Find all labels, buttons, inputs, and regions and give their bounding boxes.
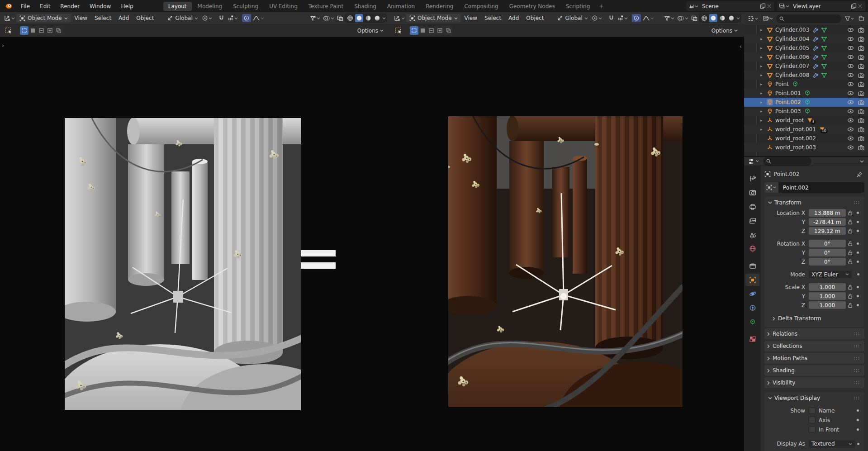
outliner-row-world_root-003[interactable]: world_root.003 bbox=[744, 143, 868, 152]
properties-tab-object[interactable] bbox=[745, 274, 759, 286]
checkbox[interactable] bbox=[809, 417, 816, 423]
viewport-menu-select[interactable]: Select bbox=[481, 14, 505, 22]
scene-icon[interactable] bbox=[688, 3, 695, 9]
scene-selector[interactable]: Scene bbox=[686, 1, 774, 11]
workspace-tab-texture-paint[interactable]: Texture Paint bbox=[304, 2, 348, 11]
select-intersect-button[interactable] bbox=[54, 26, 63, 35]
properties-tab-physics[interactable] bbox=[745, 288, 759, 300]
modifier-wrench-icon[interactable] bbox=[812, 27, 819, 33]
eye-icon[interactable] bbox=[847, 45, 854, 51]
shading-solid-button[interactable] bbox=[709, 14, 717, 22]
panel-relations[interactable]: Relations bbox=[764, 328, 864, 339]
xray-toggle-button[interactable] bbox=[336, 14, 345, 22]
viewport-menu-view[interactable]: View bbox=[71, 14, 91, 22]
animate-dot[interactable] bbox=[854, 304, 862, 306]
panel-drag-handle[interactable] bbox=[853, 369, 860, 372]
value-slider[interactable]: 0° bbox=[809, 240, 846, 247]
topbar-menu-edit[interactable]: Edit bbox=[35, 3, 55, 9]
workspace-tab-compositing[interactable]: Compositing bbox=[459, 2, 503, 11]
camera-icon[interactable] bbox=[858, 109, 864, 114]
remove-view-layer-icon[interactable] bbox=[857, 4, 863, 8]
outliner-row-cylinder-007[interactable]: ▸ Cylinder.007 bbox=[744, 62, 868, 71]
select-set-button[interactable] bbox=[20, 26, 28, 35]
object-name-input[interactable]: Point.002 bbox=[779, 182, 864, 193]
select-set-button[interactable] bbox=[410, 26, 418, 35]
object-name[interactable]: Cylinder.008 bbox=[775, 72, 809, 78]
topbar-menu-file[interactable]: File bbox=[16, 3, 35, 9]
camera-icon[interactable] bbox=[858, 72, 864, 78]
mesh-data-icon[interactable] bbox=[821, 45, 827, 51]
object-name[interactable]: world_root bbox=[775, 117, 804, 123]
workspace-tab-shading[interactable]: Shading bbox=[349, 2, 381, 11]
value-slider[interactable]: -278.41 m bbox=[809, 218, 846, 226]
eye-icon[interactable] bbox=[847, 100, 854, 105]
lock-open-icon[interactable] bbox=[846, 228, 854, 234]
options-dropdown[interactable]: Options bbox=[709, 27, 740, 35]
panel-visibility[interactable]: Visibility bbox=[764, 377, 864, 388]
outliner-row-point-002[interactable]: ▸ Point.002 bbox=[744, 98, 868, 107]
object-name[interactable]: Point bbox=[775, 81, 789, 87]
mesh-data-icon[interactable] bbox=[821, 36, 827, 42]
pivot-point-dropdown[interactable] bbox=[200, 14, 213, 22]
outliner-row-cylinder-003[interactable]: ▸ Cylinder.003 bbox=[744, 25, 868, 34]
panel-shading[interactable]: Shading bbox=[764, 365, 864, 376]
animate-dot[interactable] bbox=[855, 443, 862, 445]
filter-funnel-button[interactable] bbox=[843, 15, 855, 22]
workspace-tab-scripting[interactable]: Scripting bbox=[561, 2, 595, 11]
lock-open-icon[interactable] bbox=[846, 293, 854, 299]
eye-icon[interactable] bbox=[847, 36, 854, 42]
outliner-row-cylinder-008[interactable]: ▸ Cylinder.008 bbox=[744, 71, 868, 80]
light-data-icon[interactable] bbox=[804, 108, 811, 114]
topbar-menu-help[interactable]: Help bbox=[116, 3, 138, 9]
animate-dot[interactable] bbox=[854, 230, 862, 232]
outliner-display-mode-button[interactable] bbox=[761, 14, 774, 23]
value-slider[interactable]: 1.000 bbox=[809, 292, 846, 300]
active-tool-button[interactable] bbox=[4, 26, 14, 35]
camera-icon[interactable] bbox=[858, 63, 864, 69]
shading-wireframe-button[interactable] bbox=[700, 14, 708, 22]
animate-dot[interactable] bbox=[854, 252, 862, 254]
camera-icon[interactable] bbox=[858, 100, 864, 105]
properties-tab-constraints[interactable] bbox=[745, 302, 759, 314]
value-slider[interactable]: 1.000 bbox=[809, 301, 846, 309]
animate-dot[interactable] bbox=[854, 419, 862, 421]
outliner-search-input[interactable] bbox=[776, 14, 841, 23]
snap-toggle-button[interactable] bbox=[217, 14, 226, 22]
eye-icon[interactable] bbox=[847, 63, 854, 69]
light-data-icon[interactable] bbox=[804, 99, 811, 105]
object-name[interactable]: Point.003 bbox=[775, 108, 801, 114]
transform-panel-header[interactable]: Transform bbox=[765, 197, 862, 208]
instance-tri-icon[interactable]: 3 bbox=[807, 118, 813, 123]
animate-dot[interactable] bbox=[854, 428, 862, 431]
camera-icon[interactable] bbox=[858, 81, 864, 87]
eye-icon[interactable] bbox=[847, 109, 854, 114]
properties-tab-collection[interactable] bbox=[745, 260, 759, 272]
outliner-row-point[interactable]: ▸ Point bbox=[744, 80, 868, 89]
expand-arrow-icon[interactable]: ▸ bbox=[760, 55, 765, 59]
pin-icon[interactable] bbox=[857, 171, 863, 177]
pivot-point-dropdown[interactable] bbox=[590, 14, 603, 22]
panel-drag-handle[interactable] bbox=[853, 344, 860, 348]
view-layer-icon[interactable] bbox=[779, 3, 786, 9]
eye-icon[interactable] bbox=[847, 54, 854, 60]
checkbox[interactable] bbox=[809, 407, 816, 414]
panel-drag-handle[interactable] bbox=[853, 356, 860, 360]
proportional-editing-toggle[interactable] bbox=[242, 14, 251, 22]
panel-drag-handle[interactable] bbox=[853, 332, 860, 336]
viewport-display-header[interactable]: Viewport Display bbox=[765, 393, 862, 404]
eye-icon[interactable] bbox=[847, 81, 854, 87]
panel-drag-handle[interactable] bbox=[853, 201, 860, 204]
eye-icon[interactable] bbox=[847, 90, 854, 96]
eye-icon[interactable] bbox=[847, 127, 854, 132]
sidebar-expand-chevron-icon[interactable]: ‹ bbox=[740, 43, 742, 50]
panel-motion-paths[interactable]: Motion Paths bbox=[764, 353, 864, 364]
viewport-menu-view[interactable]: View bbox=[461, 14, 481, 22]
properties-tab-output[interactable] bbox=[745, 200, 759, 213]
snap-target-dropdown[interactable] bbox=[226, 14, 239, 22]
viewport-menu-object[interactable]: Object bbox=[133, 14, 157, 22]
animate-dot[interactable] bbox=[854, 409, 862, 412]
object-id-button[interactable] bbox=[764, 182, 778, 193]
shading-material-button[interactable] bbox=[718, 14, 726, 22]
mode-dropdown[interactable]: Object Mode bbox=[406, 14, 461, 22]
viewport-3d-left[interactable]: Object Mode ViewSelectAddObject Global bbox=[0, 12, 391, 451]
